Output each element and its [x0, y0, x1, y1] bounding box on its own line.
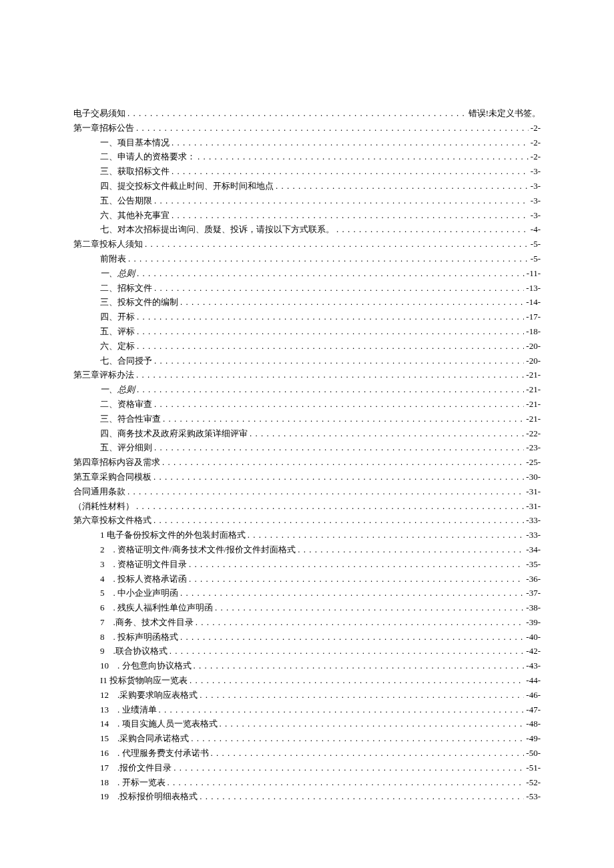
- toc-entry: 第六章投标文件格式-33-: [73, 514, 541, 528]
- toc-leader-dots: [180, 296, 524, 310]
- toc-leader-dots: [276, 179, 529, 193]
- toc-entry-page: -53-: [526, 790, 541, 804]
- toc-entry: 第二章投标人须知-5-: [73, 238, 541, 252]
- toc-entry: 2 . 资格证明文件/商务技术文件/报价文件封面格式-34-: [73, 543, 541, 557]
- toc-entry-label: 第一章招标公告: [73, 121, 134, 135]
- toc-entry-label: 12 .采购要求响应表格式: [100, 689, 198, 703]
- toc-entry: 七、对本次招标提出询问、质疑、投诉，请按以下方式联系。-4-: [73, 223, 541, 237]
- toc-leader-dots: [189, 558, 524, 572]
- toc-entry-page: -5-: [531, 238, 541, 252]
- toc-leader-dots: [200, 689, 524, 703]
- toc-entry-page: -43-: [526, 659, 541, 673]
- toc-entry-page: -22-: [526, 427, 541, 441]
- toc-leader-dots: [200, 790, 524, 804]
- toc-entry-page: -31-: [526, 500, 541, 514]
- toc-entry-page: 错误!未定义书签。: [469, 107, 541, 121]
- toc-entry-label: 13 . 业绩清单: [100, 703, 157, 717]
- toc-entry: 第五章采购合同模板-30-: [73, 470, 541, 484]
- toc-entry-label: 前附表: [100, 252, 126, 266]
- toc-entry: 三、符合性审查-21-: [73, 412, 541, 426]
- toc-entry-label: 三、符合性审查: [100, 412, 161, 426]
- toc-entry: 5 . 中小企业声明函-37-: [73, 586, 541, 600]
- toc-entry: 二、招标文件-13-: [73, 282, 541, 296]
- toc-leader-dots: [136, 121, 529, 135]
- toc-leader-dots: [248, 528, 525, 542]
- toc-entry-page: -2-: [531, 150, 541, 164]
- toc-leader-dots: [145, 238, 529, 252]
- toc-entry-page: -48-: [526, 717, 541, 731]
- toc-entry-page: -51-: [526, 761, 541, 775]
- toc-entry-page: -25-: [526, 456, 541, 470]
- toc-leader-dots: [137, 325, 524, 339]
- toc-entry-label: 二、申请人的资格要求：: [100, 150, 196, 164]
- toc-entry-label: 18 . 开标一览表: [100, 776, 166, 790]
- toc-entry-page: -52-: [526, 776, 541, 790]
- toc-entry-label: 6 . 残疾人福利性单位声明函: [100, 601, 213, 615]
- toc-entry-label: 五、评标: [100, 325, 135, 339]
- toc-entry-page: -3-: [531, 194, 541, 208]
- toc-entry-page: -23-: [526, 441, 541, 455]
- toc-leader-dots: [159, 703, 525, 717]
- toc-entry-page: -18-: [526, 325, 541, 339]
- toc-entry-page: -50-: [526, 747, 541, 761]
- toc-entry: 四、开标-17-: [73, 310, 541, 324]
- toc-entry-page: -5-: [531, 252, 541, 266]
- toc-entry-label: 四、商务技术及政府采购政策详细评审: [100, 427, 248, 441]
- toc-leader-dots: [250, 427, 524, 441]
- toc-entry-label: 第二章投标人须知: [73, 238, 143, 252]
- toc-leader-dots: [154, 194, 529, 208]
- toc-leader-dots: [154, 470, 524, 484]
- toc-entry: 第一章招标公告-2-: [73, 121, 541, 135]
- toc-leader-dots: [136, 500, 524, 514]
- toc-leader-dots: [127, 107, 467, 121]
- toc-entry-page: -42-: [526, 644, 541, 659]
- toc-entry-page: -39-: [526, 616, 541, 630]
- toc-entry: 一、总则-11-: [73, 267, 541, 281]
- toc-entry: 6 . 残疾人福利性单位声明函-38-: [73, 601, 541, 615]
- toc-entry-page: -20-: [526, 354, 541, 368]
- toc-entry-label: 15 .采购合同承诺格式: [100, 732, 189, 746]
- toc-entry-label: 5 . 中小企业声明函: [100, 586, 178, 600]
- toc-entry-page: -2-: [531, 121, 541, 135]
- toc-leader-dots: [172, 165, 529, 179]
- toc-leader-dots: [163, 412, 524, 426]
- toc-entry-page: -37-: [526, 586, 541, 600]
- toc-leader-dots: [191, 732, 524, 746]
- toc-leader-dots: [154, 398, 524, 412]
- toc-leader-dots: [127, 485, 524, 499]
- toc-entry-page: -21-: [526, 383, 541, 397]
- toc-entry-label: 六、其他补充事宜: [100, 209, 170, 223]
- toc-entry: 12 .采购要求响应表格式-46-: [73, 689, 541, 703]
- toc-entry-page: -21-: [526, 412, 541, 426]
- toc-entry-label: 14 . 项目实施人员一览表格式: [100, 717, 218, 731]
- toc-entry-label: 三、投标文件的编制: [100, 296, 178, 310]
- toc-entry: 电子交易须知错误!未定义书签。: [73, 107, 541, 121]
- toc-leader-dots: [154, 514, 524, 528]
- toc-entry-page: -49-: [526, 732, 541, 746]
- toc-entry-page: -33-: [526, 514, 541, 528]
- toc-entry: 三、获取招标文件-3-: [73, 165, 541, 179]
- toc-entry-label: 1 电子备份投标文件的外包装封面格式: [100, 528, 246, 542]
- toc-entry: 10 . 分包意向协议格式-43-: [73, 659, 541, 673]
- toc-entry: 第三章评标办法-21-: [73, 368, 541, 382]
- toc-entry: 16 . 代理服务费支付承诺书-50-: [73, 747, 541, 761]
- toc-leader-dots: [154, 282, 524, 296]
- toc-leader-dots: [190, 674, 524, 688]
- toc-entry-label: 7 .商务、技术文件目录: [100, 616, 194, 630]
- toc-entry: 一、总则-21-: [73, 383, 541, 397]
- toc-entry-page: -21-: [526, 398, 541, 412]
- toc-leader-dots: [137, 340, 524, 354]
- toc-leader-dots: [211, 747, 525, 761]
- toc-entry: 五、公告期限-3-: [73, 194, 541, 208]
- toc-entry: 18 . 开标一览表-52-: [73, 776, 541, 790]
- toc-entry-page: -14-: [526, 296, 541, 310]
- toc-entry-page: -47-: [526, 703, 541, 717]
- toc-leader-dots: [154, 354, 524, 368]
- toc-entry: 9 .联合协议格式-42-: [73, 644, 541, 659]
- toc-entry-page: -44-: [526, 674, 541, 688]
- toc-entry-label: 2 . 资格证明文件/商务技术文件/报价文件封面格式: [100, 543, 296, 557]
- toc-leader-dots: [154, 441, 524, 455]
- toc-entry-page: -30-: [526, 470, 541, 484]
- toc-entry-page: -4-: [531, 223, 541, 237]
- toc-entry-page: -38-: [526, 601, 541, 615]
